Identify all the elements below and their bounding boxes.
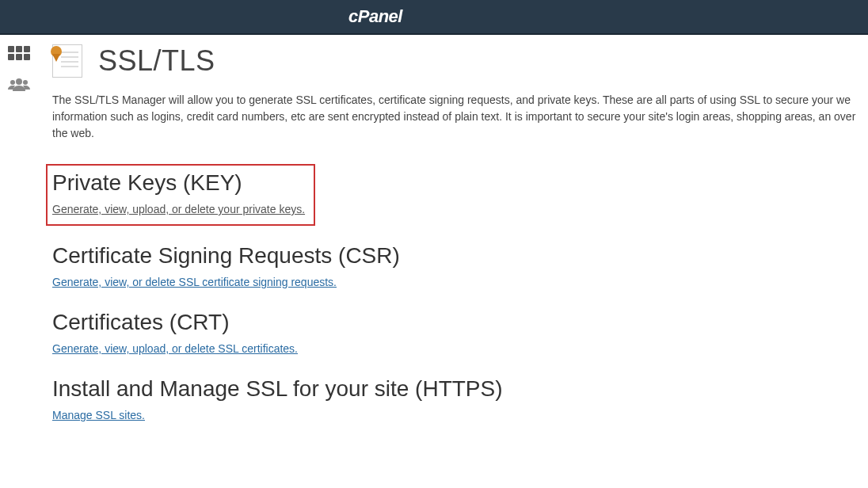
- csr-title: Certificate Signing Requests (CSR): [52, 243, 868, 269]
- top-header: cPanel: [0, 0, 868, 35]
- svg-point-2: [23, 80, 28, 85]
- csr-link[interactable]: Generate, view, or delete SSL certificat…: [52, 276, 337, 288]
- install-ssl-section: Install and Manage SSL for your site (HT…: [52, 376, 868, 422]
- install-ssl-title: Install and Manage SSL for your site (HT…: [52, 376, 868, 402]
- main-content: SSL/TLS The SSL/TLS Manager will allow y…: [38, 35, 868, 488]
- sidebar: [0, 35, 38, 488]
- main-container: SSL/TLS The SSL/TLS Manager will allow y…: [0, 35, 868, 488]
- intro-text: The SSL/TLS Manager will allow you to ge…: [52, 92, 868, 142]
- csr-section: Certificate Signing Requests (CSR) Gener…: [52, 243, 868, 289]
- install-ssl-link[interactable]: Manage SSL sites.: [52, 409, 145, 421]
- crt-title: Certificates (CRT): [52, 310, 868, 335]
- apps-grid-icon[interactable]: [7, 44, 31, 62]
- svg-point-0: [16, 78, 22, 85]
- page-header: SSL/TLS: [52, 44, 868, 78]
- cpanel-logo: cPanel: [348, 6, 402, 27]
- users-icon[interactable]: [7, 76, 31, 93]
- crt-link[interactable]: Generate, view, upload, or delete SSL ce…: [52, 342, 298, 355]
- private-keys-link[interactable]: Generate, view, upload, or delete your p…: [52, 203, 305, 215]
- crt-section: Certificates (CRT) Generate, view, uploa…: [52, 310, 868, 356]
- page-title: SSL/TLS: [98, 44, 215, 78]
- private-keys-title: Private Keys (KEY): [52, 170, 306, 196]
- svg-point-1: [10, 80, 15, 85]
- ssl-certificate-icon: [52, 44, 86, 78]
- private-keys-section: Private Keys (KEY) Generate, view, uploa…: [46, 164, 315, 226]
